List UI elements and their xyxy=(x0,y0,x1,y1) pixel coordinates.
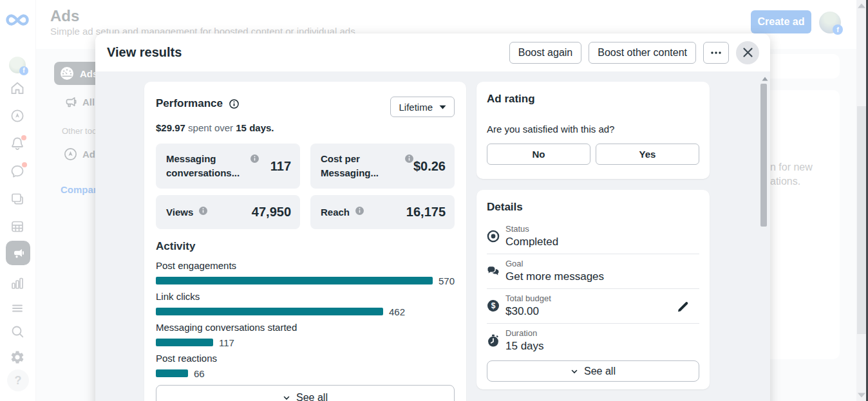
activity-label: Link clicks xyxy=(156,291,455,303)
date-range-select[interactable]: Lifetime xyxy=(390,97,455,117)
activity-see-all-button[interactable]: See all xyxy=(156,385,455,401)
metric-label: Views xyxy=(166,205,193,219)
activity-row-post-reactions: Post reactions 66 xyxy=(156,353,455,377)
spend-duration: 15 days. xyxy=(236,122,274,133)
activity-value: 66 xyxy=(194,368,205,379)
budget-dollar-icon: $ xyxy=(487,299,500,312)
info-icon[interactable] xyxy=(355,207,364,215)
detail-label: Goal xyxy=(505,259,699,269)
boost-again-button[interactable]: Boost again xyxy=(509,42,582,64)
pencil-icon xyxy=(676,299,690,313)
activity-label: Messaging conversations started xyxy=(156,322,455,333)
detail-label: Total budget xyxy=(505,294,676,304)
activity-row-messaging-conversations: Messaging conversations started 117 xyxy=(156,322,455,346)
modal-title: View results xyxy=(107,45,182,60)
page-scrollbar-thumb[interactable] xyxy=(857,106,866,334)
metric-tile-messaging-conversations: Messaging conversations... 117 xyxy=(156,144,300,189)
more-options-button[interactable] xyxy=(703,42,729,64)
activity-bar xyxy=(156,277,433,284)
detail-value: $30.00 xyxy=(505,304,676,319)
activity-label: Post reactions xyxy=(156,353,455,364)
metric-value: 16,175 xyxy=(406,205,446,219)
see-all-label: See all xyxy=(584,366,616,377)
activity-value: 570 xyxy=(439,275,455,286)
status-icon xyxy=(487,230,500,243)
scrollbar-down-arrow[interactable] xyxy=(857,392,866,398)
close-icon xyxy=(742,47,753,58)
info-icon[interactable] xyxy=(250,154,259,163)
info-icon[interactable] xyxy=(199,207,207,215)
page-scrollbar[interactable] xyxy=(856,0,868,401)
details-title: Details xyxy=(487,200,699,214)
modal-scrollbar-thumb[interactable] xyxy=(760,84,767,227)
caret-down-icon xyxy=(439,105,446,109)
activity-bar xyxy=(156,308,383,315)
detail-value: 15 days xyxy=(505,339,699,354)
activity-heading: Activity xyxy=(156,239,455,254)
ad-rating-card: Ad rating Are you satisfied with this ad… xyxy=(476,82,710,179)
performance-card: Performance Lifetime $29.97 spent over 1… xyxy=(144,82,466,401)
modal-right-column: Ad rating Are you satisfied with this ad… xyxy=(476,82,710,389)
modal-actions: Boost again Boost other content xyxy=(509,41,759,64)
detail-row-goal: Goal Get more messages xyxy=(487,254,699,288)
detail-value: Get more messages xyxy=(505,269,699,284)
close-button[interactable] xyxy=(736,41,759,64)
see-all-label: See all xyxy=(296,392,328,401)
metric-label: Messaging conversations... xyxy=(166,152,245,180)
spend-summary: $29.97 spent over 15 days. xyxy=(156,122,455,135)
spend-text: spent over xyxy=(188,122,233,133)
detail-row-status: Status Completed xyxy=(487,219,699,254)
detail-row-total-budget: $ Total budget $30.00 xyxy=(487,288,699,323)
metric-tiles: Messaging conversations... 117 Cost per … xyxy=(156,144,455,229)
ad-rating-title: Ad rating xyxy=(487,92,699,106)
performance-title: Performance xyxy=(156,97,223,110)
metric-label: Reach xyxy=(321,205,350,219)
goal-messages-icon xyxy=(487,265,500,277)
activity-label: Post engagements xyxy=(156,260,455,272)
spend-amount: $29.97 xyxy=(156,122,185,133)
detail-value: Completed xyxy=(505,234,699,250)
activity-value: 462 xyxy=(389,306,405,317)
activity-value: 117 xyxy=(219,337,234,348)
activity-bar xyxy=(156,339,213,346)
metric-value: 47,950 xyxy=(252,205,291,219)
chevron-down-icon xyxy=(571,368,578,375)
boost-other-content-button[interactable]: Boost other content xyxy=(589,42,696,64)
info-icon[interactable] xyxy=(229,99,239,109)
modal-body: Performance Lifetime $29.97 spent over 1… xyxy=(95,71,770,401)
ad-rating-question: Are you satisfied with this ad? xyxy=(487,123,699,136)
modal-scrollbar-up-arrow[interactable] xyxy=(760,74,770,83)
details-see-all-button[interactable]: See all xyxy=(487,360,699,382)
scrollbar-up-arrow[interactable] xyxy=(857,3,866,9)
activity-row-link-clicks: Link clicks 462 xyxy=(156,291,455,315)
view-results-modal: View results Boost again Boost other con… xyxy=(95,33,770,401)
date-range-value: Lifetime xyxy=(399,102,433,113)
info-icon[interactable] xyxy=(405,154,413,163)
edit-budget-button[interactable] xyxy=(676,299,690,313)
activity-row-post-engagements: Post engagements 570 xyxy=(156,260,455,284)
detail-row-duration: Duration 15 days xyxy=(487,323,699,358)
metric-tile-cost-per-messaging: Cost per Messaging... $0.26 xyxy=(310,144,455,189)
chevron-down-icon xyxy=(283,394,290,401)
details-card: Details Status Completed xyxy=(476,190,710,389)
modal-header: View results Boost again Boost other con… xyxy=(95,33,770,71)
svg-text:$: $ xyxy=(491,301,496,310)
detail-label: Duration xyxy=(505,328,699,339)
activity-bar xyxy=(156,369,188,377)
metric-value: 117 xyxy=(270,159,291,174)
rating-yes-button[interactable]: Yes xyxy=(596,144,699,165)
duration-stopwatch-icon xyxy=(487,334,500,347)
metric-label: Cost per Messaging... xyxy=(321,152,399,180)
ellipsis-icon xyxy=(711,51,721,54)
metric-value: $0.26 xyxy=(413,159,446,174)
rating-no-button[interactable]: No xyxy=(487,144,590,165)
metric-tile-reach: Reach 16,175 xyxy=(310,195,455,229)
metric-tile-views: Views 47,950 xyxy=(156,195,300,229)
detail-label: Status xyxy=(505,224,699,234)
